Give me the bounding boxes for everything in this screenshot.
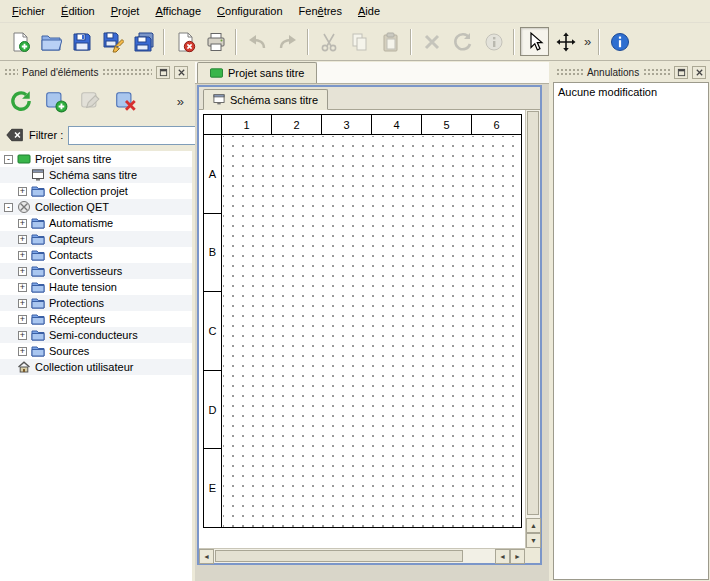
tree-item-contacts[interactable]: +Contacts xyxy=(0,247,192,263)
toolbar-overflow-button[interactable]: » xyxy=(581,34,594,49)
menubar: FichierÉditionProjetAffichageConfigurati… xyxy=(0,0,710,23)
delete-selection-button[interactable] xyxy=(417,27,446,56)
tree-item-projet-sans-titre[interactable]: -Projet sans titre xyxy=(0,151,192,167)
panel-toolbar-overflow-button[interactable]: » xyxy=(177,94,186,109)
rotate-selection-button[interactable] xyxy=(448,27,477,56)
tab-schema[interactable]: Schéma sans titre xyxy=(203,89,328,110)
expand-icon[interactable]: + xyxy=(18,283,27,292)
cut-button[interactable] xyxy=(314,27,343,56)
scroll-up-button[interactable]: ▲ xyxy=(526,518,541,533)
info-gray-icon xyxy=(483,31,505,53)
menu-aide[interactable]: Aide xyxy=(350,0,388,22)
expand-icon[interactable]: + xyxy=(18,299,27,308)
float-panel-button[interactable] xyxy=(674,66,688,79)
expand-icon[interactable]: + xyxy=(18,251,27,260)
redo-button[interactable] xyxy=(273,27,302,56)
menu-configuration[interactable]: Configuration xyxy=(209,0,290,22)
tree-item-schema-sans-titre[interactable]: Schéma sans titre xyxy=(0,167,192,183)
menu-affichage[interactable]: Affichage xyxy=(147,0,209,22)
schema-icon xyxy=(213,94,225,105)
menu-fenetres[interactable]: Fenêtres xyxy=(291,0,350,22)
tree-item-collection-utilisateur[interactable]: Collection utilisateur xyxy=(0,359,192,375)
elements-tree: -Projet sans titreSchéma sans titre+Coll… xyxy=(0,151,192,581)
expand-icon[interactable]: + xyxy=(18,267,27,276)
tree-item-automatisme[interactable]: +Automatisme xyxy=(0,215,192,231)
schema-tabbar: Schéma sans titre xyxy=(199,87,540,110)
tree-item-collection-qet[interactable]: -Collection QET xyxy=(0,199,192,215)
vertical-scrollbar-thumb[interactable] xyxy=(527,111,539,515)
open-project-button[interactable] xyxy=(36,27,65,56)
element-info-button[interactable] xyxy=(479,27,508,56)
scroll-left-icon: ◄ xyxy=(203,553,210,560)
reload-collections-button[interactable] xyxy=(6,86,36,116)
horizontal-scrollbar-thumb[interactable] xyxy=(215,550,463,562)
diagram-viewport[interactable]: 123456 ABCDE xyxy=(199,110,525,548)
menu-edition[interactable]: Édition xyxy=(53,0,103,22)
expand-icon[interactable]: + xyxy=(18,187,27,196)
expand-icon[interactable]: + xyxy=(18,219,27,228)
tree-item-recepteurs[interactable]: +Récepteurs xyxy=(0,311,192,327)
diagram-grid[interactable] xyxy=(223,136,521,527)
scroll-left-button[interactable]: ◄ xyxy=(199,549,214,564)
save-all-button[interactable] xyxy=(129,27,158,56)
column-ruler: 123456 xyxy=(222,115,521,135)
float-icon xyxy=(677,68,686,77)
close-file-button[interactable] xyxy=(170,27,199,56)
tree-item-convertisseurs[interactable]: +Convertisseurs xyxy=(0,263,192,279)
float-panel-button[interactable] xyxy=(156,66,170,79)
pan-mode-button[interactable] xyxy=(551,27,580,56)
tree-item-protections[interactable]: +Protections xyxy=(0,295,192,311)
scroll-down-button[interactable]: ▼ xyxy=(526,533,541,548)
scroll-left-button-2[interactable]: ◄ xyxy=(495,549,510,564)
new-file-icon xyxy=(9,31,31,53)
tree-item-haute-tension[interactable]: +Haute tension xyxy=(0,279,192,295)
close-panel-button[interactable] xyxy=(692,66,706,79)
tree-item-sources[interactable]: +Sources xyxy=(0,343,192,359)
print-button[interactable] xyxy=(201,27,230,56)
collapse-icon[interactable]: - xyxy=(4,203,13,212)
paste-button[interactable] xyxy=(376,27,405,56)
menu-projet[interactable]: Projet xyxy=(103,0,148,22)
tree-item-semi-conducteurs[interactable]: +Semi-conducteurs xyxy=(0,327,192,343)
tree-item-collection-projet[interactable]: +Collection projet xyxy=(0,183,192,199)
undo-panel-titlebar[interactable]: Annulations xyxy=(554,64,708,80)
expand-icon[interactable]: + xyxy=(18,331,27,340)
undo-button[interactable] xyxy=(242,27,271,56)
undo-history-list[interactable]: Aucune modification xyxy=(553,82,709,580)
delete-x-icon xyxy=(421,31,443,53)
folder-icon xyxy=(31,248,45,262)
new-element-button[interactable] xyxy=(41,86,71,116)
expand-icon[interactable]: + xyxy=(18,315,27,324)
save-button[interactable] xyxy=(67,27,96,56)
new-file-button[interactable] xyxy=(5,27,34,56)
scroll-right-button[interactable]: ► xyxy=(510,549,525,564)
select-mode-button[interactable] xyxy=(520,27,549,56)
horizontal-scrollbar[interactable]: ◄ ◄ ► xyxy=(199,548,525,563)
print-icon xyxy=(205,31,227,53)
save-icon xyxy=(71,31,93,53)
tree-item-label: Automatisme xyxy=(49,217,113,229)
save-as-button[interactable] xyxy=(98,27,127,56)
collapse-icon[interactable]: - xyxy=(4,155,13,164)
move-icon xyxy=(555,31,577,53)
expand-icon[interactable]: + xyxy=(18,235,27,244)
elements-panel-titlebar[interactable]: Panel d'éléments xyxy=(2,64,190,80)
element-new-icon xyxy=(44,89,68,113)
tree-item-label: Capteurs xyxy=(49,233,94,245)
about-info-button[interactable] xyxy=(605,27,634,56)
info-blue-icon xyxy=(609,31,631,53)
vertical-scrollbar[interactable]: ▲ ▼ xyxy=(525,110,540,548)
tree-item-label: Convertisseurs xyxy=(49,265,122,277)
delete-element-button[interactable] xyxy=(111,86,141,116)
menu-fichier[interactable]: Fichier xyxy=(4,0,53,22)
expand-icon[interactable]: + xyxy=(18,347,27,356)
clear-filter-button[interactable] xyxy=(6,126,24,144)
clear-filter-icon xyxy=(6,127,24,143)
edit-element-button[interactable] xyxy=(76,86,106,116)
tab-project[interactable]: Projet sans titre xyxy=(197,62,317,83)
cursor-icon xyxy=(524,31,546,53)
row-header: E xyxy=(204,449,222,527)
tree-item-capteurs[interactable]: +Capteurs xyxy=(0,231,192,247)
close-panel-button[interactable] xyxy=(174,66,188,79)
copy-button[interactable] xyxy=(345,27,374,56)
